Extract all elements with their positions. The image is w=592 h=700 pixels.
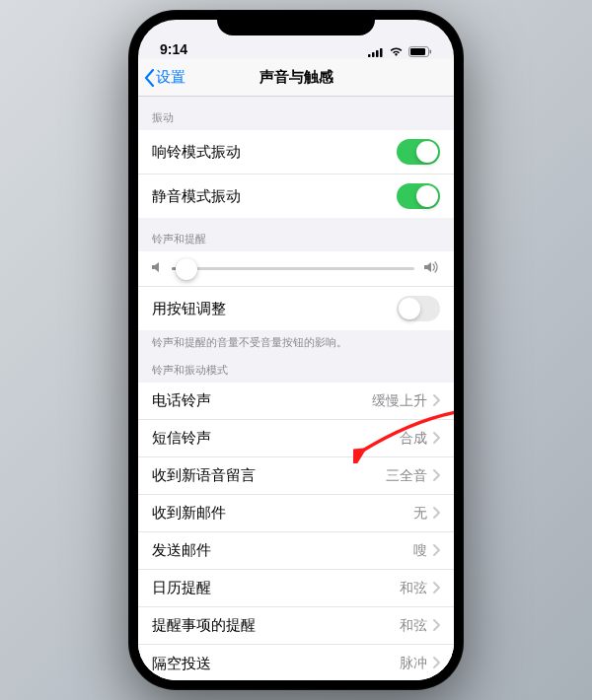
switch-silent-vibrate[interactable] — [397, 183, 440, 209]
section-header-patterns: 铃声和振动模式 — [138, 349, 454, 383]
row-pattern-6[interactable]: 提醒事项的提醒和弦 — [138, 607, 454, 645]
row-label: 电话铃声 — [152, 391, 211, 410]
signal-icon — [368, 47, 384, 57]
chevron-right-icon — [433, 543, 440, 559]
volume-high-icon — [424, 261, 440, 276]
row-pattern-2[interactable]: 收到新语音留言三全音 — [138, 457, 454, 495]
row-label: 短信铃声 — [152, 429, 211, 448]
row-label: 静音模式振动 — [152, 187, 241, 206]
row-detail: 和弦 — [400, 617, 427, 635]
row-pattern-1[interactable]: 短信铃声合成 — [138, 420, 454, 457]
row-label: 用按钮调整 — [152, 300, 226, 318]
row-detail: 无 — [413, 505, 427, 523]
row-ring-vibrate[interactable]: 响铃模式振动 — [138, 130, 454, 175]
svg-rect-5 — [410, 48, 425, 55]
row-detail: 和弦 — [400, 580, 427, 597]
chevron-right-icon — [433, 581, 440, 596]
chevron-right-icon — [433, 468, 440, 484]
row-detail: 合成 — [400, 430, 427, 448]
row-label: 提醒事项的提醒 — [152, 616, 256, 635]
row-silent-vibrate[interactable]: 静音模式振动 — [138, 175, 454, 218]
section-footer-ringer: 铃声和提醒的音量不受音量按钮的影响。 — [138, 330, 454, 349]
svg-rect-6 — [430, 50, 432, 54]
row-pattern-4[interactable]: 发送邮件嗖 — [138, 532, 454, 570]
battery-icon — [408, 46, 432, 57]
content-scroll[interactable]: 振动 响铃模式振动 静音模式振动 铃声和提醒 — [138, 97, 454, 680]
row-change-with-buttons[interactable]: 用按钮调整 — [138, 287, 454, 330]
svg-rect-0 — [368, 54, 371, 57]
row-volume-slider — [138, 251, 454, 287]
slider-thumb[interactable] — [176, 258, 197, 280]
wifi-icon — [389, 46, 404, 57]
row-detail: 脉冲 — [400, 655, 427, 672]
row-label: 日历提醒 — [152, 579, 211, 597]
svg-rect-3 — [380, 48, 383, 57]
section-header-ringer: 铃声和提醒 — [138, 218, 454, 251]
row-pattern-7[interactable]: 隔空投送脉冲 — [138, 645, 454, 680]
volume-slider[interactable] — [172, 267, 414, 270]
status-time: 9:14 — [160, 41, 187, 57]
chevron-right-icon — [433, 393, 440, 409]
row-pattern-3[interactable]: 收到新邮件无 — [138, 495, 454, 532]
chevron-right-icon — [433, 431, 440, 447]
volume-low-icon — [152, 261, 162, 276]
chevron-right-icon — [433, 656, 440, 671]
switch-ring-vibrate[interactable] — [397, 139, 440, 165]
row-detail: 三全音 — [386, 467, 427, 485]
chevron-right-icon — [433, 506, 440, 522]
row-label: 响铃模式振动 — [152, 143, 241, 162]
section-header-vibration: 振动 — [138, 97, 454, 130]
page-title: 声音与触感 — [259, 68, 333, 87]
back-button[interactable]: 设置 — [144, 59, 185, 96]
row-pattern-0[interactable]: 电话铃声缓慢上升 — [138, 383, 454, 420]
row-detail: 缓慢上升 — [372, 392, 427, 410]
svg-rect-2 — [376, 50, 379, 57]
screen: 9:14 设置 声音与触感 振动 — [138, 20, 454, 680]
row-label: 收到新邮件 — [152, 504, 226, 523]
chevron-left-icon — [144, 69, 155, 87]
svg-rect-1 — [372, 52, 375, 57]
row-label: 隔空投送 — [152, 655, 211, 673]
row-pattern-5[interactable]: 日历提醒和弦 — [138, 570, 454, 607]
notch — [217, 10, 375, 35]
chevron-right-icon — [433, 618, 440, 634]
back-label: 设置 — [156, 68, 185, 87]
row-label: 收到新语音留言 — [152, 466, 256, 485]
row-label: 发送邮件 — [152, 541, 211, 560]
row-detail: 嗖 — [413, 542, 427, 560]
phone-frame: 9:14 设置 声音与触感 振动 — [128, 10, 464, 690]
switch-change-with-buttons[interactable] — [397, 296, 440, 321]
navbar: 设置 声音与触感 — [138, 59, 454, 97]
